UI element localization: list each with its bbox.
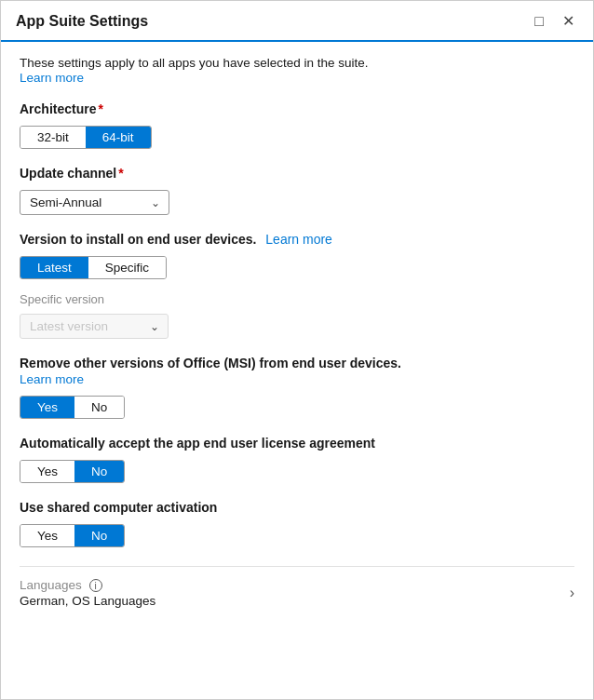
window-controls: □ ✕ (531, 12, 578, 31)
close-button[interactable]: ✕ (559, 12, 578, 31)
version-latest-button[interactable]: Latest (20, 257, 88, 278)
architecture-64bit-button[interactable]: 64-bit (86, 127, 151, 148)
description-learn-more-link[interactable]: Learn more (20, 71, 84, 85)
description-section: These settings apply to all apps you hav… (20, 55, 574, 85)
remove-office-no-button[interactable]: No (74, 397, 124, 418)
version-install-section: Version to install on end user devices. … (20, 232, 574, 339)
remove-office-label: Remove other versions of Office (MSI) fr… (20, 356, 574, 370)
shared-computer-label: Use shared computer activation (20, 500, 574, 515)
architecture-label: Architecture* (20, 101, 574, 116)
version-toggle-group: Latest Specific (20, 256, 167, 279)
languages-chevron-right-icon: › (570, 585, 574, 601)
update-channel-select[interactable]: Semi-Annual Monthly Monthly (Targeted) (20, 190, 169, 215)
update-channel-label: Update channel* (20, 166, 574, 181)
auto-eula-toggle-group: Yes No (20, 460, 125, 483)
app-suite-settings-window: App Suite Settings □ ✕ These settings ap… (0, 0, 594, 700)
description-text: These settings apply to all apps you hav… (20, 56, 368, 70)
auto-eula-label: Automatically accept the app end user li… (20, 436, 574, 451)
shared-computer-section: Use shared computer activation Yes No (20, 500, 574, 547)
shared-computer-no-button[interactable]: No (74, 525, 124, 546)
languages-row[interactable]: Languages i German, OS Languages › (20, 566, 574, 612)
languages-value: German, OS Languages (20, 594, 155, 608)
remove-office-yes-button[interactable]: Yes (20, 397, 74, 418)
version-specific-button[interactable]: Specific (88, 257, 166, 278)
auto-eula-section: Automatically accept the app end user li… (20, 436, 574, 483)
remove-office-section: Remove other versions of Office (MSI) fr… (20, 356, 574, 419)
title-bar: App Suite Settings □ ✕ (1, 1, 593, 42)
architecture-required: * (98, 101, 102, 116)
architecture-section: Architecture* 32-bit 64-bit (20, 101, 574, 149)
specific-version-label: Specific version (20, 292, 574, 306)
minimize-button[interactable]: □ (531, 12, 547, 31)
architecture-toggle-group: 32-bit 64-bit (20, 126, 152, 149)
remove-office-toggle-group: Yes No (20, 396, 125, 419)
languages-title: Languages i (20, 578, 155, 592)
specific-version-select[interactable]: Latest version (20, 314, 169, 339)
version-learn-more-link[interactable]: Learn more (265, 232, 332, 247)
auto-eula-no-button[interactable]: No (74, 461, 124, 482)
shared-computer-toggle-group: Yes No (20, 524, 125, 547)
architecture-32bit-button[interactable]: 32-bit (20, 127, 86, 148)
remove-office-learn-more-link[interactable]: Learn more (20, 372, 574, 386)
update-channel-section: Update channel* Semi-Annual Monthly Mont… (20, 166, 574, 215)
update-channel-select-wrapper: Semi-Annual Monthly Monthly (Targeted) ⌄ (20, 190, 169, 215)
languages-left: Languages i German, OS Languages (20, 578, 155, 608)
version-install-label: Version to install on end user devices. … (20, 232, 574, 247)
specific-version-select-wrapper: Latest version ⌄ (20, 314, 169, 339)
update-channel-required: * (118, 166, 123, 181)
auto-eula-yes-button[interactable]: Yes (20, 461, 74, 482)
window-title: App Suite Settings (16, 13, 148, 30)
settings-content: These settings apply to all apps you hav… (1, 42, 593, 630)
languages-info-icon: i (89, 579, 102, 592)
shared-computer-yes-button[interactable]: Yes (20, 525, 74, 546)
